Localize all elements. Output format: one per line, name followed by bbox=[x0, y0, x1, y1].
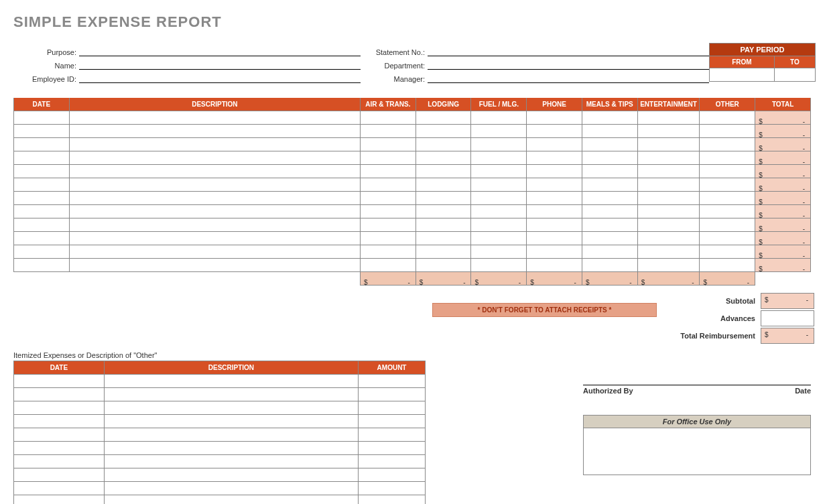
itemized-cell[interactable] bbox=[14, 375, 105, 388]
itemized-cell[interactable] bbox=[104, 415, 358, 428]
expense-cell[interactable] bbox=[527, 232, 582, 245]
expense-cell[interactable] bbox=[700, 138, 755, 151]
expense-cell[interactable] bbox=[471, 111, 527, 125]
expense-cell[interactable] bbox=[582, 138, 637, 151]
itemized-cell[interactable] bbox=[14, 388, 105, 401]
expense-cell[interactable] bbox=[416, 218, 471, 232]
expense-cell[interactable] bbox=[14, 218, 70, 232]
expense-cell[interactable] bbox=[700, 151, 755, 165]
itemized-cell[interactable] bbox=[14, 455, 105, 468]
expense-cell[interactable] bbox=[471, 165, 527, 178]
expense-cell[interactable] bbox=[471, 192, 527, 205]
expense-cell[interactable] bbox=[527, 138, 582, 151]
expense-cell[interactable] bbox=[69, 125, 360, 138]
expense-cell[interactable] bbox=[582, 218, 637, 232]
itemized-cell[interactable] bbox=[359, 415, 426, 428]
expense-cell[interactable] bbox=[471, 232, 527, 245]
expense-cell[interactable] bbox=[69, 165, 360, 178]
expense-cell[interactable] bbox=[361, 232, 416, 245]
expense-cell[interactable] bbox=[582, 205, 637, 218]
itemized-cell[interactable] bbox=[359, 401, 426, 415]
itemized-cell[interactable] bbox=[14, 401, 105, 415]
expense-cell[interactable] bbox=[637, 192, 700, 205]
itemized-cell[interactable] bbox=[359, 375, 426, 388]
expense-cell[interactable] bbox=[361, 138, 416, 151]
expense-cell[interactable] bbox=[637, 259, 700, 272]
itemized-cell[interactable] bbox=[14, 428, 105, 442]
expense-cell[interactable] bbox=[700, 259, 755, 272]
statement-input[interactable] bbox=[428, 44, 709, 56]
pay-to-input[interactable] bbox=[774, 68, 815, 82]
expense-cell[interactable] bbox=[700, 245, 755, 259]
expense-cell[interactable] bbox=[69, 218, 360, 232]
itemized-cell[interactable] bbox=[104, 468, 358, 482]
expense-cell[interactable] bbox=[14, 232, 70, 245]
itemized-cell[interactable] bbox=[104, 401, 358, 415]
expense-cell[interactable] bbox=[69, 259, 360, 272]
expense-cell[interactable] bbox=[527, 245, 582, 259]
itemized-cell[interactable] bbox=[104, 388, 358, 401]
itemized-cell[interactable] bbox=[14, 415, 105, 428]
expense-cell[interactable] bbox=[637, 245, 700, 259]
expense-cell[interactable] bbox=[69, 245, 360, 259]
expense-cell[interactable] bbox=[69, 205, 360, 218]
expense-cell[interactable] bbox=[361, 205, 416, 218]
expense-cell[interactable] bbox=[471, 151, 527, 165]
expense-cell[interactable] bbox=[582, 165, 637, 178]
expense-cell[interactable] bbox=[582, 111, 637, 125]
expense-cell[interactable] bbox=[14, 259, 70, 272]
expense-cell[interactable] bbox=[416, 151, 471, 165]
name-input[interactable] bbox=[79, 58, 361, 70]
itemized-cell[interactable] bbox=[359, 482, 426, 495]
expense-cell[interactable] bbox=[416, 165, 471, 178]
expense-cell[interactable] bbox=[416, 178, 471, 192]
expense-cell[interactable] bbox=[416, 138, 471, 151]
itemized-cell[interactable] bbox=[359, 442, 426, 455]
expense-cell[interactable] bbox=[69, 138, 360, 151]
advances-input[interactable] bbox=[761, 310, 814, 326]
expense-cell[interactable] bbox=[361, 125, 416, 138]
expense-cell[interactable] bbox=[14, 111, 70, 125]
expense-cell[interactable] bbox=[14, 138, 70, 151]
expense-cell[interactable] bbox=[582, 232, 637, 245]
expense-cell[interactable] bbox=[416, 125, 471, 138]
expense-cell[interactable] bbox=[582, 125, 637, 138]
expense-cell[interactable] bbox=[14, 165, 70, 178]
expense-cell[interactable] bbox=[361, 165, 416, 178]
expense-cell[interactable] bbox=[416, 205, 471, 218]
expense-cell[interactable] bbox=[471, 125, 527, 138]
expense-cell[interactable] bbox=[361, 218, 416, 232]
expense-cell[interactable] bbox=[527, 151, 582, 165]
itemized-cell[interactable] bbox=[104, 375, 358, 388]
itemized-cell[interactable] bbox=[14, 482, 105, 495]
expense-cell[interactable] bbox=[700, 205, 755, 218]
expense-cell[interactable] bbox=[582, 192, 637, 205]
expense-cell[interactable] bbox=[361, 111, 416, 125]
department-input[interactable] bbox=[428, 58, 709, 70]
expense-cell[interactable] bbox=[637, 125, 700, 138]
expense-cell[interactable] bbox=[637, 205, 700, 218]
expense-cell[interactable] bbox=[14, 245, 70, 259]
employee-input[interactable] bbox=[79, 71, 361, 83]
expense-cell[interactable] bbox=[471, 205, 527, 218]
expense-cell[interactable] bbox=[527, 192, 582, 205]
expense-cell[interactable] bbox=[361, 151, 416, 165]
expense-cell[interactable] bbox=[527, 178, 582, 192]
itemized-cell[interactable] bbox=[359, 455, 426, 468]
expense-cell[interactable] bbox=[527, 125, 582, 138]
expense-cell[interactable] bbox=[637, 138, 700, 151]
expense-cell[interactable] bbox=[416, 245, 471, 259]
expense-cell[interactable] bbox=[700, 192, 755, 205]
expense-cell[interactable] bbox=[637, 165, 700, 178]
itemized-cell[interactable] bbox=[359, 428, 426, 442]
itemized-cell[interactable] bbox=[359, 495, 426, 505]
expense-cell[interactable] bbox=[582, 178, 637, 192]
expense-cell[interactable] bbox=[416, 232, 471, 245]
expense-cell[interactable] bbox=[416, 111, 471, 125]
itemized-cell[interactable] bbox=[104, 455, 358, 468]
itemized-cell[interactable] bbox=[104, 428, 358, 442]
itemized-cell[interactable] bbox=[14, 468, 105, 482]
expense-cell[interactable] bbox=[416, 192, 471, 205]
expense-cell[interactable] bbox=[637, 151, 700, 165]
expense-cell[interactable] bbox=[527, 205, 582, 218]
